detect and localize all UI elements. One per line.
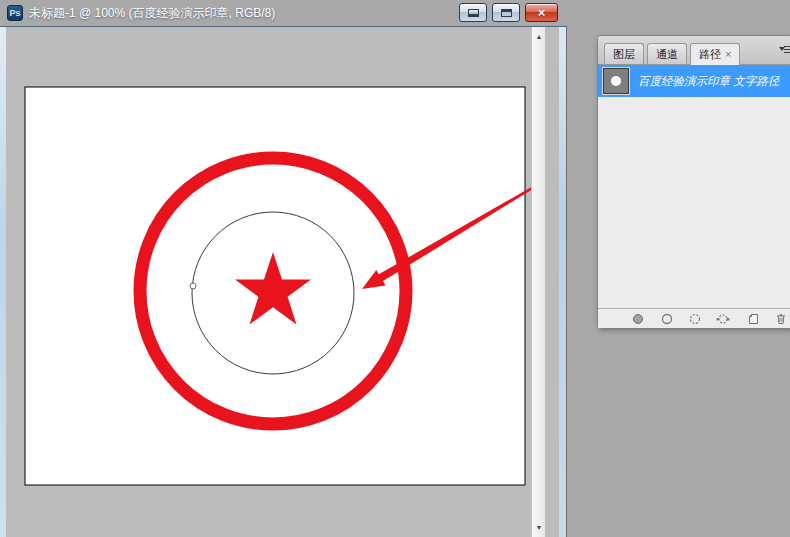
delete-path-icon[interactable] bbox=[774, 312, 788, 326]
desktop-background: { "window": { "title": "未标题-1 @ 100% (百度… bbox=[0, 0, 790, 537]
path-item-label: 百度经验演示印章 文字路径 bbox=[638, 74, 779, 89]
path-thumbnail bbox=[603, 68, 629, 94]
scroll-down-button[interactable]: ▼ bbox=[532, 520, 546, 535]
photoshop-document-window: Ps 未标题-1 @ 100% (百度经验演示印章, RGB/8) × ▲ ▼ bbox=[0, 0, 567, 537]
tab-paths[interactable]: 路径× bbox=[690, 43, 740, 65]
canvas-workspace: ▲ ▼ bbox=[6, 27, 559, 537]
paths-panel: 图层 通道 路径× 百度经验演示印章 文字路径 bbox=[597, 35, 790, 327]
fill-path-icon[interactable] bbox=[631, 312, 645, 326]
path-list-item[interactable]: 百度经验演示印章 文字路径 bbox=[598, 65, 790, 97]
maximize-icon bbox=[501, 9, 512, 17]
tab-paths-label: 路径 bbox=[699, 48, 721, 60]
tab-channels[interactable]: 通道 bbox=[647, 43, 687, 64]
minimize-button[interactable] bbox=[459, 3, 487, 22]
circle-path-thumbnail-icon bbox=[611, 76, 621, 86]
stamp-artwork bbox=[6, 27, 545, 537]
panel-menu-icon[interactable] bbox=[779, 44, 790, 55]
scroll-up-button[interactable]: ▲ bbox=[532, 29, 546, 44]
panel-tab-bar: 图层 通道 路径× bbox=[598, 36, 790, 65]
panel-empty-area bbox=[598, 97, 790, 308]
close-icon: × bbox=[538, 6, 546, 19]
stroke-path-icon[interactable] bbox=[660, 312, 674, 326]
maximize-button[interactable] bbox=[492, 3, 520, 22]
close-button[interactable]: × bbox=[525, 3, 558, 22]
load-selection-icon[interactable] bbox=[688, 312, 702, 326]
make-work-path-icon[interactable] bbox=[716, 312, 730, 326]
tab-layers[interactable]: 图层 bbox=[604, 43, 644, 64]
tab-close-icon[interactable]: × bbox=[725, 48, 731, 60]
new-path-icon[interactable] bbox=[746, 312, 760, 326]
minimize-icon bbox=[468, 9, 479, 17]
path-anchor-point[interactable] bbox=[190, 283, 196, 289]
panel-footer-bar bbox=[598, 308, 790, 328]
window-titlebar[interactable]: Ps 未标题-1 @ 100% (百度经验演示印章, RGB/8) × bbox=[0, 0, 567, 27]
vertical-scrollbar[interactable]: ▲ ▼ bbox=[531, 27, 545, 537]
photoshop-file-icon: Ps bbox=[7, 5, 23, 21]
window-border-left bbox=[0, 27, 6, 537]
window-border-right bbox=[559, 27, 567, 537]
window-title: 未标题-1 @ 100% (百度经验演示印章, RGB/8) bbox=[29, 5, 275, 22]
